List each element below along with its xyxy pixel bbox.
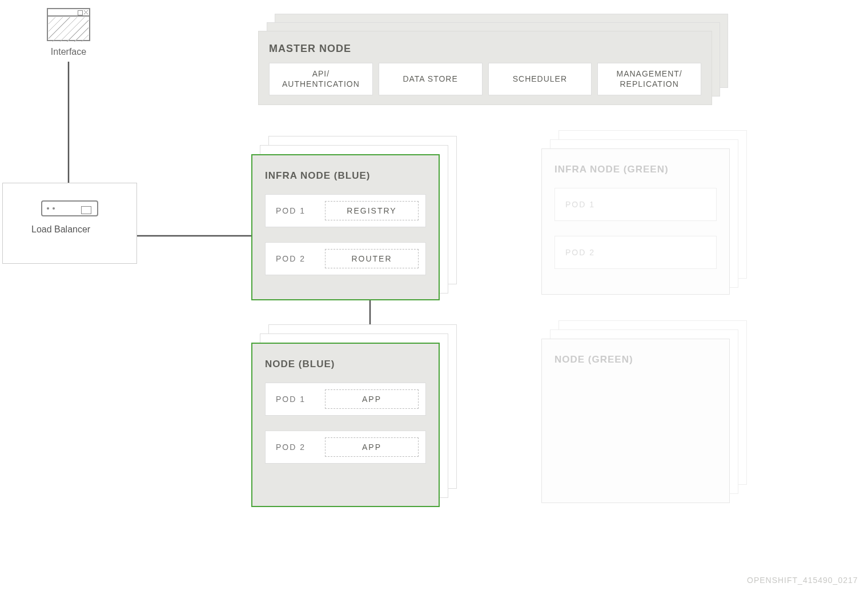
pod-label: POD 2 [276,443,325,452]
pod-content-app: APP [325,437,419,457]
pod-row: POD 1 APP [265,383,426,416]
master-node-title: MASTER NODE [269,43,701,55]
infra-node-blue-title: INFRA NODE (BLUE) [265,170,426,182]
infra-node-green-box: INFRA NODE (GREEN) POD 1 POD 2 [541,148,730,295]
master-node-box: MASTER NODE API/ AUTHENTICATION DATA STO… [258,31,712,105]
load-balancer-icon [41,200,98,216]
pod-row: POD 2 ROUTER [265,242,426,275]
pod-label: POD 2 [565,248,595,257]
pod-row: POD 1 [554,188,717,221]
master-item-api: API/ AUTHENTICATION [269,63,373,95]
pod-label: POD 1 [565,200,595,209]
node-blue-box: NODE (BLUE) POD 1 APP POD 2 APP [251,343,440,507]
pod-row: POD 1 REGISTRY [265,194,426,227]
interface-icon [47,8,90,41]
pod-content-registry: REGISTRY [325,201,419,220]
diagram-id: OPENSHIFT_415490_0217 [747,576,858,585]
pod-label: POD 2 [276,254,325,263]
infra-node-blue-box: INFRA NODE (BLUE) POD 1 REGISTRY POD 2 R… [251,154,440,300]
interface-label: Interface [47,47,90,57]
master-item-datastore: DATA STORE [379,63,483,95]
node-blue-title: NODE (BLUE) [265,359,426,370]
pod-content-app: APP [325,389,419,409]
load-balancer-box: Load Balancer [2,183,137,264]
pod-row: POD 2 APP [265,431,426,464]
infra-node-green-title: INFRA NODE (GREEN) [554,164,717,175]
pod-content-router: ROUTER [325,249,419,268]
pod-label: POD 1 [276,395,325,404]
load-balancer-label: Load Balancer [3,224,136,235]
master-item-mgmt: MANAGEMENT/ REPLICATION [597,63,701,95]
pod-row: POD 2 [554,236,717,269]
node-green-title: NODE (GREEN) [554,354,717,365]
pod-label: POD 1 [276,206,325,215]
node-green-box: NODE (GREEN) [541,339,730,503]
master-item-scheduler: SCHEDULER [488,63,592,95]
